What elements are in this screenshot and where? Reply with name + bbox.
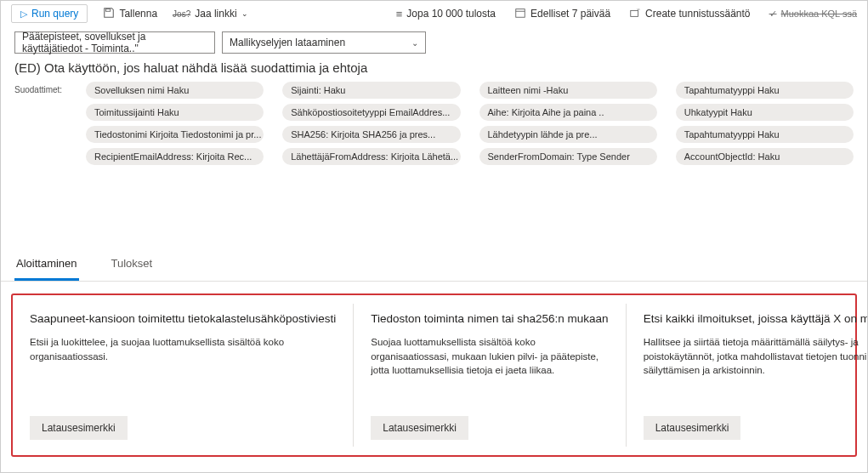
filter-pill[interactable]: Laitteen nimi -Haku bbox=[479, 82, 657, 99]
top-toolbar: ▷ Run query Tallenna Jos? Jaa linkki ⌄ ≡… bbox=[1, 1, 867, 26]
filter-pill[interactable]: Sähköpostiosoitetyyppi EmailAddres... bbox=[282, 104, 460, 121]
svg-rect-1 bbox=[516, 9, 525, 17]
list-icon: ≡ bbox=[396, 8, 403, 20]
load-sample-button[interactable]: Latausesimerkki bbox=[30, 416, 128, 440]
share-link-button[interactable]: Jos? Jaa linkki ⌄ bbox=[173, 8, 247, 20]
save-icon bbox=[103, 7, 115, 21]
edit-kql-button[interactable]: ✓ Muokkaa KQL ssä bbox=[769, 9, 857, 20]
filter-pill[interactable]: Tapahtumatyyppi Haku bbox=[676, 126, 854, 143]
scope-select[interactable]: Päätepisteet, sovellukset ja käyttäjätie… bbox=[14, 31, 215, 54]
load-sample-button[interactable]: Latausesimerkki bbox=[371, 416, 468, 440]
filters-label: Suodattimet: bbox=[14, 82, 67, 94]
filter-pill[interactable]: LähettäjäFromAddress: Kirjoita Lähetä... bbox=[282, 148, 460, 165]
tab-getting-started[interactable]: Aloittaminen bbox=[14, 248, 79, 281]
tabs-bar: Aloittaminen Tulokset bbox=[1, 248, 867, 282]
template-select-value: Mallikyselyjen lataaminen bbox=[230, 37, 345, 48]
check-icon: ✓ bbox=[769, 9, 777, 20]
run-query-button[interactable]: ▷ Run query bbox=[11, 4, 88, 23]
filter-pill[interactable]: Sovelluksen nimi Haku bbox=[86, 82, 264, 99]
time-range-button[interactable]: Edelliset 7 päivää bbox=[514, 7, 610, 21]
svg-rect-0 bbox=[106, 9, 111, 11]
share-q-label: Jos? bbox=[173, 9, 190, 19]
chevron-down-icon: ⌄ bbox=[241, 9, 248, 18]
subtitle-text: (ED) Ota käyttöön, jos haluat nähdä lisä… bbox=[1, 57, 867, 80]
filter-pill[interactable]: SenderFromDomain: Type Sender bbox=[479, 148, 657, 165]
filter-pill[interactable]: AccountObjectId: Haku bbox=[676, 148, 854, 165]
tab-results[interactable]: Tulokset bbox=[110, 248, 155, 281]
card-title: Etsi kaikki ilmoitukset, joissa käyttäjä… bbox=[644, 312, 868, 325]
play-icon: ▷ bbox=[20, 9, 27, 20]
card-desc: Suojaa luottamuksellista sisältöä koko o… bbox=[371, 335, 608, 385]
filter-pill[interactable]: SHA256: Kirjoita SHA256 ja pres... bbox=[282, 126, 460, 143]
calendar-icon bbox=[514, 7, 526, 21]
tab-label: Tulokset bbox=[111, 257, 153, 270]
filter-pill[interactable]: Uhkatyypit Haku bbox=[676, 104, 854, 121]
card-title: Saapuneet-kansioon toimitettu tietokalas… bbox=[30, 312, 336, 325]
filter-pill[interactable]: Sijainti: Haku bbox=[282, 82, 460, 99]
card-desc: Etsii ja luokittelee, ja suojaa luottamu… bbox=[30, 335, 336, 385]
sample-card: Etsi kaikki ilmoitukset, joissa käyttäjä… bbox=[627, 304, 868, 447]
card-desc: Hallitsee ja siirtää tietoja määrittämäl… bbox=[644, 335, 868, 385]
results-count-label: Jopa 10 000 tulosta bbox=[406, 8, 496, 20]
load-sample-button[interactable]: Latausesimerkki bbox=[644, 416, 741, 440]
save-label: Tallenna bbox=[119, 8, 157, 20]
create-rule-label: Create tunnistussääntö bbox=[645, 8, 750, 20]
filter-pill[interactable]: Tiedostonimi Kirjoita Tiedostonimi ja pr… bbox=[86, 126, 264, 143]
filter-pill[interactable]: Aihe: Kirjoita Aihe ja paina .. bbox=[479, 104, 657, 121]
save-button[interactable]: Tallenna bbox=[103, 7, 157, 21]
sample-card: Saapuneet-kansioon toimitettu tietokalas… bbox=[13, 304, 354, 447]
filter-pill[interactable]: RecipientEmailAddress: Kirjoita Rec... bbox=[86, 148, 264, 165]
selectors-row: Päätepisteet, sovellukset ja käyttäjätie… bbox=[1, 26, 867, 57]
cards-highlight-frame: Saapuneet-kansioon toimitettu tietokalas… bbox=[11, 293, 857, 457]
create-rule-button[interactable]: Create tunnistussääntö bbox=[629, 7, 750, 21]
filters-grid: Suodattimet: Sovelluksen nimi Haku Sijai… bbox=[1, 80, 867, 172]
scope-select-value: Päätepisteet, sovellukset ja käyttäjätie… bbox=[22, 31, 207, 54]
sparkle-icon bbox=[629, 7, 641, 21]
card-title: Tiedoston toiminta nimen tai sha256:n mu… bbox=[371, 312, 608, 325]
filter-pill[interactable]: Tapahtumatyyppi Haku bbox=[676, 82, 854, 99]
tab-label: Aloittaminen bbox=[16, 257, 77, 270]
edit-kql-label: Muokkaa KQL ssä bbox=[781, 9, 857, 19]
results-count[interactable]: ≡ Jopa 10 000 tulosta bbox=[396, 8, 496, 20]
svg-rect-3 bbox=[631, 10, 638, 16]
run-query-label: Run query bbox=[31, 8, 78, 20]
time-range-label: Edelliset 7 päivää bbox=[530, 8, 610, 20]
filter-pill[interactable]: Lähdetyypin lähde ja pre... bbox=[479, 126, 657, 143]
chevron-down-icon: ⌄ bbox=[411, 38, 418, 48]
filter-pill[interactable]: Toimitussijainti Haku bbox=[86, 104, 264, 121]
share-label: Jaa linkki bbox=[195, 8, 236, 20]
template-select[interactable]: Mallikyselyjen lataaminen ⌄ bbox=[222, 31, 426, 54]
sample-card: Tiedoston toiminta nimen tai sha256:n mu… bbox=[354, 304, 626, 447]
